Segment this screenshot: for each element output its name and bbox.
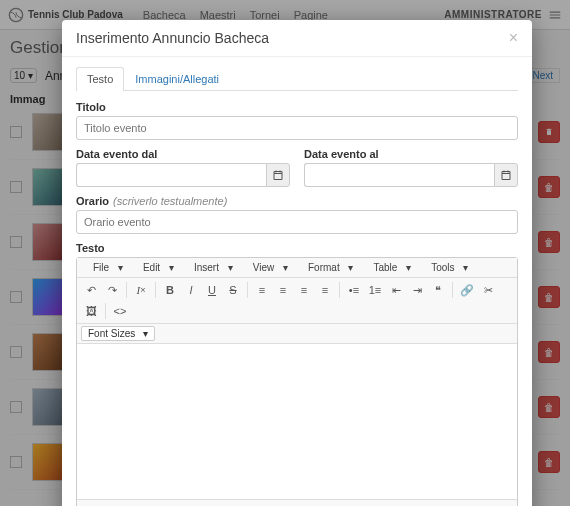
menu-tools[interactable]: Tools ▾ [419, 260, 474, 275]
editor-menubar: File ▾ Edit ▾ Insert ▾ View ▾ Format ▾ T… [77, 258, 517, 278]
modal-header: Inserimento Annuncio Bacheca × [62, 20, 532, 57]
italic-icon[interactable]: I [181, 280, 201, 300]
menu-file[interactable]: File ▾ [81, 260, 129, 275]
modal-title: Inserimento Annuncio Bacheca [76, 30, 269, 46]
indent-icon[interactable]: ⇥ [407, 280, 427, 300]
undo-icon[interactable]: ↶ [81, 280, 101, 300]
date-to-label: Data evento al [304, 148, 518, 160]
menu-edit[interactable]: Edit ▾ [131, 260, 180, 275]
titolo-label: Titolo [76, 101, 518, 113]
tab-allegati[interactable]: Immagini/Allegati [124, 67, 230, 90]
editor-toolbar-2: Font Sizes▾ [77, 324, 517, 344]
close-button[interactable]: × [509, 30, 518, 46]
calendar-icon [272, 169, 284, 181]
blockquote-icon[interactable]: ❝ [428, 280, 448, 300]
align-center-icon[interactable]: ≡ [273, 280, 293, 300]
date-from-group [76, 163, 290, 187]
date-to-picker-button[interactable] [494, 163, 518, 187]
strikethrough-icon[interactable]: S [223, 280, 243, 300]
orario-label: Orario(scriverlo testualmente) [76, 195, 518, 207]
bold-icon[interactable]: B [160, 280, 180, 300]
editor-content-area[interactable] [77, 344, 517, 499]
menu-view[interactable]: View ▾ [241, 260, 294, 275]
editor-statusbar: p [77, 499, 517, 506]
date-from-picker-button[interactable] [266, 163, 290, 187]
unlink-icon[interactable]: ✂ [478, 280, 498, 300]
clear-format-icon[interactable]: I× [131, 280, 151, 300]
underline-icon[interactable]: U [202, 280, 222, 300]
numbered-list-icon[interactable]: 1≡ [365, 280, 385, 300]
menu-format[interactable]: Format ▾ [296, 260, 359, 275]
image-icon[interactable]: 🖼 [81, 301, 101, 321]
menu-table[interactable]: Table ▾ [361, 260, 417, 275]
bullet-list-icon[interactable]: •≡ [344, 280, 364, 300]
align-left-icon[interactable]: ≡ [252, 280, 272, 300]
font-size-select[interactable]: Font Sizes▾ [81, 326, 155, 341]
editor-toolbar-1: ↶ ↷ I× B I U S ≡ ≡ ≡ ≡ •≡ 1≡ ⇤ ⇥ ❝ [77, 278, 517, 324]
titolo-input[interactable] [76, 116, 518, 140]
date-from-label: Data evento dal [76, 148, 290, 160]
date-to-input[interactable] [304, 163, 494, 187]
outdent-icon[interactable]: ⇤ [386, 280, 406, 300]
align-justify-icon[interactable]: ≡ [315, 280, 335, 300]
source-code-icon[interactable]: <> [110, 301, 130, 321]
calendar-icon [500, 169, 512, 181]
menu-insert[interactable]: Insert ▾ [182, 260, 239, 275]
rich-text-editor: File ▾ Edit ▾ Insert ▾ View ▾ Format ▾ T… [76, 257, 518, 506]
orario-input[interactable] [76, 210, 518, 234]
date-to-group [304, 163, 518, 187]
link-icon[interactable]: 🔗 [457, 280, 477, 300]
redo-icon[interactable]: ↷ [102, 280, 122, 300]
align-right-icon[interactable]: ≡ [294, 280, 314, 300]
modal-dialog: Inserimento Annuncio Bacheca × Testo Imm… [62, 20, 532, 506]
tab-list: Testo Immagini/Allegati [76, 67, 518, 91]
date-from-input[interactable] [76, 163, 266, 187]
tab-testo[interactable]: Testo [76, 67, 124, 91]
modal-body: Testo Immagini/Allegati Titolo Data even… [62, 57, 532, 506]
testo-label: Testo [76, 242, 518, 254]
